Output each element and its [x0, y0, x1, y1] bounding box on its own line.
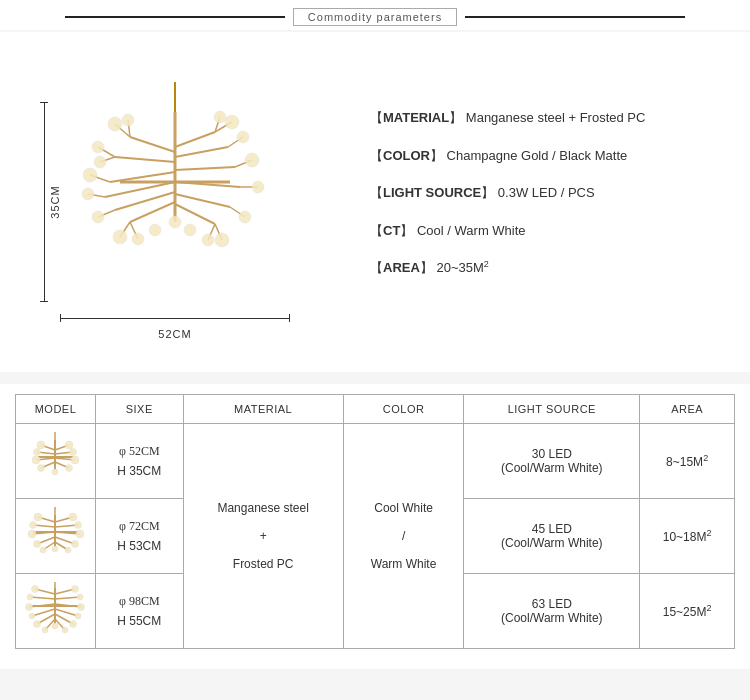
svg-line-102: [32, 609, 55, 616]
spec-ct: 【CT】 Cool / Warm White: [370, 221, 710, 241]
svg-point-92: [76, 530, 84, 538]
height-label: 35CM: [49, 185, 61, 218]
svg-line-100: [30, 597, 55, 599]
svg-point-117: [72, 586, 79, 593]
table-row: φ 52CM H 35CM Manganese steel + Frosted …: [16, 424, 735, 499]
svg-point-34: [92, 141, 104, 153]
svg-point-87: [28, 530, 36, 538]
svg-point-116: [42, 627, 48, 633]
color-shared: Cool White / Warm White: [343, 424, 464, 649]
chandelier-image: [60, 82, 290, 292]
svg-point-115: [34, 621, 41, 628]
svg-line-10: [175, 147, 228, 157]
svg-point-46: [239, 211, 251, 223]
svg-point-114: [29, 613, 35, 619]
svg-point-35: [94, 156, 106, 168]
diagram-area: 35CM: [30, 62, 330, 342]
svg-line-13: [175, 194, 230, 207]
svg-point-51: [184, 224, 196, 236]
svg-point-41: [214, 111, 226, 123]
svg-point-63: [37, 441, 45, 449]
col-area: AREA: [640, 395, 735, 424]
svg-point-65: [32, 456, 40, 464]
svg-point-111: [32, 586, 39, 593]
svg-point-118: [77, 594, 83, 600]
svg-point-36: [83, 168, 97, 182]
col-size: SIXE: [96, 395, 184, 424]
col-color: COLOR: [343, 395, 464, 424]
svg-point-85: [34, 513, 42, 521]
chandelier-thumb-3: [23, 582, 88, 637]
svg-line-11: [175, 167, 235, 170]
size-1: φ 52CM H 35CM: [96, 424, 184, 499]
svg-point-37: [82, 188, 94, 200]
svg-point-48: [202, 234, 214, 246]
size-3: φ 98CM H 55CM: [96, 574, 184, 649]
specs-area: 【MATERIAL】 Manganese steel + Frosted PC …: [350, 98, 710, 306]
svg-line-9: [175, 132, 215, 147]
light-source-2: 45 LED (Cool/Warm White): [464, 499, 640, 574]
width-dimension: 52CM: [60, 314, 290, 322]
svg-point-68: [70, 449, 77, 456]
chandelier-thumb-1: [23, 432, 88, 487]
svg-point-66: [38, 465, 45, 472]
svg-point-112: [27, 594, 33, 600]
width-label: 52CM: [158, 328, 191, 340]
height-dimension: 35CM: [40, 102, 48, 302]
light-source-3: 63 LED (Cool/Warm White): [464, 574, 640, 649]
header-section: Commodity parameters: [0, 0, 750, 30]
svg-point-90: [69, 513, 77, 521]
col-model: MODEL: [16, 395, 96, 424]
spec-light-source: 【LIGHT SOURCE】 0.3W LED / PCS: [370, 183, 710, 203]
header-title: Commodity parameters: [293, 8, 457, 26]
model-image-1: [16, 424, 96, 499]
svg-point-93: [72, 541, 79, 548]
svg-point-43: [237, 131, 249, 143]
area-3: 15~25M2: [640, 574, 735, 649]
svg-point-45: [252, 181, 264, 193]
svg-point-71: [52, 469, 58, 475]
area-1: 8~15M2: [640, 424, 735, 499]
svg-line-4: [115, 157, 175, 162]
chandelier-thumb-2: [23, 507, 88, 562]
svg-line-8: [130, 202, 175, 222]
svg-line-3: [130, 137, 175, 152]
svg-point-50: [149, 224, 161, 236]
svg-point-32: [108, 117, 122, 131]
model-image-3: [16, 574, 96, 649]
svg-point-88: [34, 541, 41, 548]
table-section: MODEL SIXE MATERIAL COLOR LIGHT SOURCE A…: [0, 384, 750, 669]
page-wrapper: Commodity parameters 35CM: [0, 0, 750, 669]
svg-line-7: [115, 192, 175, 210]
svg-point-49: [169, 216, 181, 228]
spec-color: 【COLOR】 Champagne Gold / Black Matte: [370, 146, 710, 166]
svg-line-106: [55, 597, 80, 599]
svg-point-64: [34, 449, 41, 456]
svg-point-94: [65, 547, 71, 553]
svg-point-91: [75, 522, 82, 529]
col-light-source: LIGHT SOURCE: [464, 395, 640, 424]
table-header-row: MODEL SIXE MATERIAL COLOR LIGHT SOURCE A…: [16, 395, 735, 424]
svg-point-42: [225, 115, 239, 129]
svg-point-69: [71, 456, 79, 464]
svg-point-95: [52, 546, 58, 552]
svg-point-120: [75, 613, 81, 619]
svg-line-108: [55, 609, 78, 616]
area-2: 10~18M2: [640, 499, 735, 574]
light-source-1: 30 LED (Cool/Warm White): [464, 424, 640, 499]
material-shared: Manganese steel + Frosted PC: [183, 424, 343, 649]
svg-point-121: [70, 621, 77, 628]
svg-point-89: [40, 547, 46, 553]
svg-point-70: [66, 465, 73, 472]
spec-material: 【MATERIAL】 Manganese steel + Frosted PC: [370, 108, 710, 128]
svg-point-38: [92, 211, 104, 223]
header-line-left: [65, 16, 285, 18]
svg-point-47: [215, 233, 229, 247]
product-table: MODEL SIXE MATERIAL COLOR LIGHT SOURCE A…: [15, 394, 735, 649]
product-section: 35CM: [0, 32, 750, 372]
svg-point-122: [62, 627, 68, 633]
col-material: MATERIAL: [183, 395, 343, 424]
svg-point-86: [30, 522, 37, 529]
header-line-right: [465, 16, 685, 18]
model-image-2: [16, 499, 96, 574]
